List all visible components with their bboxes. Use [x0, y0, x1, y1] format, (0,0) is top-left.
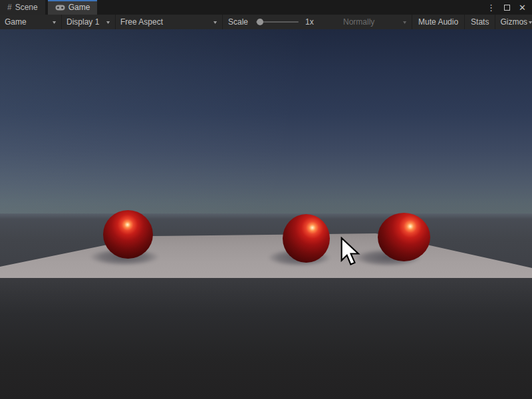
aspect-ratio-dropdown-label: Free Aspect	[120, 17, 163, 27]
foreground-ground	[0, 278, 532, 399]
game-target-dropdown[interactable]: Game ▼	[0, 15, 61, 29]
scene-grid-icon: #	[7, 3, 12, 11]
mute-audio-label: Mute Audio	[418, 17, 458, 27]
panel-menu-icon[interactable]: ⋮	[487, 3, 495, 13]
gamepad-icon	[55, 5, 65, 11]
scale-slider-thumb[interactable]	[257, 19, 263, 25]
game-viewport[interactable]	[0, 29, 532, 399]
window-controls: ⋮ ✕	[487, 0, 532, 15]
play-mode-dropdown: Normally ▼	[338, 15, 412, 29]
game-view-toolbar: Game ▼ Display 1 ▼ Free Aspect ▼ Scale 1…	[0, 15, 532, 29]
sky-gradient	[0, 29, 532, 216]
scale-slider[interactable]	[256, 21, 299, 23]
red-sphere	[283, 214, 330, 263]
toolbar-separator	[222, 15, 223, 29]
game-target-dropdown-label: Game	[5, 17, 27, 27]
mouse-cursor	[340, 237, 360, 267]
gizmos-dropdown[interactable]: Gizmos ▼	[495, 15, 532, 29]
panel-tab-bar: # Scene Game ⋮ ✕	[0, 0, 532, 15]
tab-scene-label: Scene	[15, 3, 38, 12]
tab-scene[interactable]: # Scene	[0, 0, 45, 15]
tab-game[interactable]: Game	[48, 0, 98, 15]
mute-audio-button[interactable]: Mute Audio	[412, 15, 464, 29]
chevron-down-icon: ▼	[105, 20, 111, 25]
close-icon[interactable]: ✕	[519, 3, 526, 13]
display-dropdown-label: Display 1	[66, 17, 99, 27]
chevron-down-icon: ▼	[402, 20, 408, 25]
stats-button[interactable]: Stats	[465, 15, 495, 29]
chevron-down-icon: ▼	[51, 20, 57, 25]
chevron-down-icon: ▼	[212, 20, 218, 25]
red-sphere	[103, 210, 153, 259]
tab-game-label: Game	[68, 3, 90, 12]
aspect-ratio-dropdown[interactable]: Free Aspect ▼	[116, 15, 222, 29]
scale-control: Scale 1x	[228, 17, 319, 27]
display-dropdown[interactable]: Display 1 ▼	[62, 15, 115, 29]
red-sphere	[378, 213, 430, 261]
maximize-icon[interactable]	[504, 5, 510, 11]
chevron-down-icon: ▼	[527, 20, 532, 25]
scale-value: 1x	[305, 17, 319, 27]
stats-label: Stats	[471, 17, 489, 27]
gizmos-dropdown-label: Gizmos	[500, 17, 527, 27]
play-mode-dropdown-label: Normally	[343, 17, 374, 27]
scale-label: Scale	[228, 17, 248, 27]
